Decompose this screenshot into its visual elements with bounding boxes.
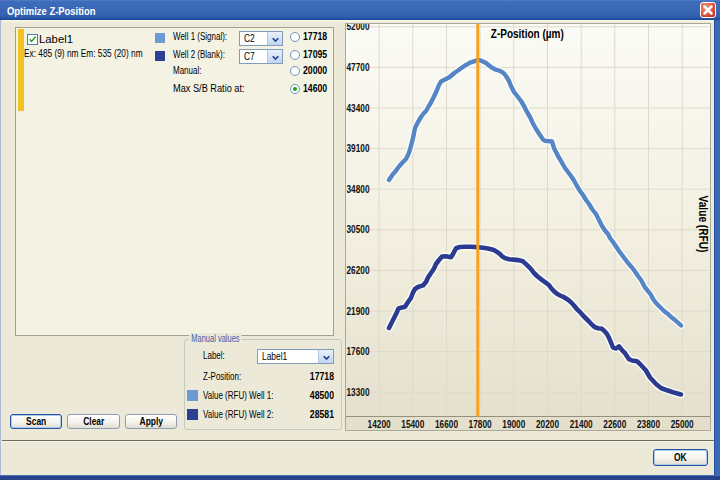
svg-text:Z-Position (µm): Z-Position (µm) bbox=[491, 27, 564, 41]
svg-text:25000: 25000 bbox=[671, 418, 694, 430]
svg-text:47700: 47700 bbox=[347, 61, 370, 73]
svg-text:23800: 23800 bbox=[637, 418, 660, 430]
svg-text:26200: 26200 bbox=[347, 264, 370, 276]
svg-text:Value (RFU): Value (RFU) bbox=[696, 196, 710, 253]
svg-text:13300: 13300 bbox=[347, 386, 370, 398]
svg-text:17600: 17600 bbox=[347, 345, 370, 357]
svg-text:16600: 16600 bbox=[435, 418, 458, 430]
svg-text:14200: 14200 bbox=[368, 418, 391, 430]
svg-text:17800: 17800 bbox=[469, 418, 492, 430]
svg-text:34800: 34800 bbox=[347, 183, 370, 195]
svg-text:15400: 15400 bbox=[401, 418, 424, 430]
svg-text:21400: 21400 bbox=[570, 418, 593, 430]
svg-text:39100: 39100 bbox=[347, 142, 370, 154]
svg-text:19000: 19000 bbox=[502, 418, 525, 430]
svg-text:20200: 20200 bbox=[536, 418, 559, 430]
svg-text:30500: 30500 bbox=[347, 223, 370, 235]
svg-text:43400: 43400 bbox=[347, 102, 370, 114]
svg-text:21900: 21900 bbox=[347, 305, 370, 317]
svg-text:52000: 52000 bbox=[347, 23, 370, 32]
svg-text:22600: 22600 bbox=[603, 418, 626, 430]
